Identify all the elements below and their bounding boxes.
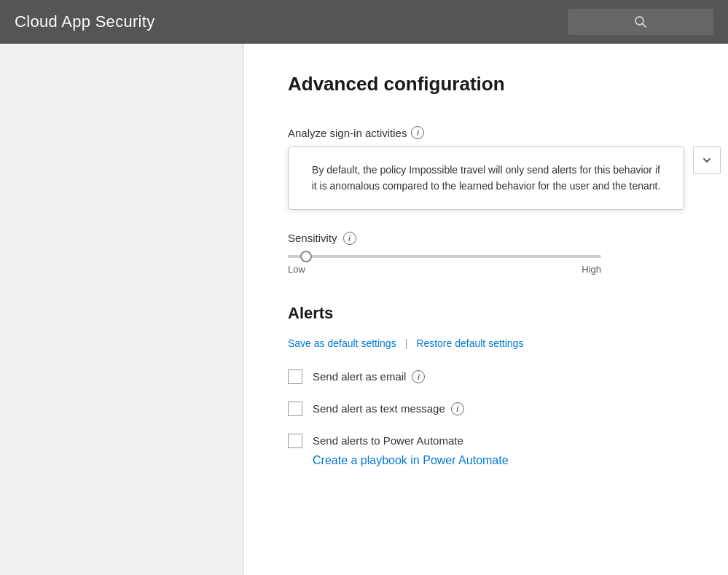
restore-default-link[interactable]: Restore default settings bbox=[416, 337, 523, 349]
app-title: Cloud App Security bbox=[15, 12, 155, 31]
alerts-links: Save as default settings | Restore defau… bbox=[288, 337, 684, 349]
alert-text-label: Send alert as text message i bbox=[313, 402, 464, 415]
alert-power-automate-check: Send alerts to Power Automate bbox=[288, 434, 684, 448]
page-layout: Advanced configuration Analyze sign-in a… bbox=[0, 44, 728, 575]
alert-power-automate-row: Send alerts to Power Automate Create a p… bbox=[288, 434, 684, 467]
page-title: Advanced configuration bbox=[288, 73, 684, 95]
alert-email-checkbox[interactable] bbox=[288, 369, 302, 384]
analyze-label: Analyze sign-in activities i bbox=[288, 126, 424, 139]
alert-email-label: Send alert as email i bbox=[313, 370, 425, 383]
create-playbook-link[interactable]: Create a playbook in Power Automate bbox=[313, 454, 509, 466]
alert-text-row: Send alert as text message i bbox=[288, 402, 684, 416]
alert-power-automate-label: Send alerts to Power Automate bbox=[313, 434, 463, 447]
sensitivity-slider[interactable]: Low High bbox=[288, 255, 601, 275]
alert-email-info-icon[interactable]: i bbox=[412, 370, 425, 383]
analyze-row-partial: Analyze sign-in activities i bbox=[288, 117, 684, 139]
alerts-title: Alerts bbox=[288, 304, 684, 323]
save-default-link[interactable]: Save as default settings bbox=[288, 337, 396, 349]
dropdown-button[interactable] bbox=[693, 146, 721, 174]
slider-thumb[interactable] bbox=[300, 251, 312, 262]
slider-low-label: Low bbox=[288, 264, 305, 275]
svg-line-1 bbox=[643, 24, 646, 28]
alert-text-checkbox[interactable] bbox=[288, 402, 302, 416]
analyze-info-icon[interactable]: i bbox=[411, 126, 424, 139]
slider-high-label: High bbox=[582, 264, 601, 275]
sensitivity-info-icon[interactable]: i bbox=[343, 232, 356, 245]
header-search-button[interactable] bbox=[568, 9, 713, 35]
alert-power-automate-checkbox[interactable] bbox=[288, 434, 302, 448]
tooltip-text: By default, the policy Impossible travel… bbox=[312, 164, 661, 192]
search-icon bbox=[634, 15, 647, 28]
sidebar bbox=[0, 44, 244, 575]
app-header: Cloud App Security bbox=[0, 0, 728, 44]
tooltip-box: By default, the policy Impossible travel… bbox=[288, 146, 684, 210]
sensitivity-section: Sensitivity i Low High bbox=[288, 232, 684, 275]
tooltip-container: By default, the policy Impossible travel… bbox=[288, 146, 684, 210]
alert-text-info-icon[interactable]: i bbox=[451, 402, 464, 415]
sensitivity-label: Sensitivity i bbox=[288, 232, 684, 245]
slider-labels: Low High bbox=[288, 264, 601, 275]
links-separator: | bbox=[405, 337, 408, 349]
alert-email-row: Send alert as email i bbox=[288, 369, 684, 384]
chevron-down-icon bbox=[702, 156, 711, 165]
alerts-section: Alerts Save as default settings | Restor… bbox=[288, 304, 684, 467]
main-content: Advanced configuration Analyze sign-in a… bbox=[244, 44, 728, 575]
slider-track bbox=[288, 255, 601, 258]
